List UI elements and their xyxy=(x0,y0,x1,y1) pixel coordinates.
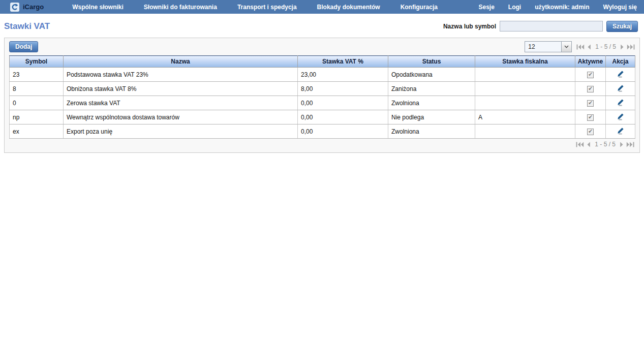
name-cell: Obniżona stawka VAT 8% xyxy=(64,82,298,96)
symbol-cell: ex xyxy=(10,124,64,139)
vat-rate-cell: 0,00 xyxy=(298,110,388,124)
first-page-icon[interactable] xyxy=(576,142,584,147)
active-checkbox xyxy=(587,114,594,121)
active-cell xyxy=(575,82,606,96)
first-page-icon[interactable] xyxy=(576,44,585,50)
vat-rate-cell: 23,00 xyxy=(298,68,388,82)
vat-rate-cell: 0,00 xyxy=(298,124,388,139)
status-cell: Opodatkowana xyxy=(388,68,475,82)
grid-toolbar: Dodaj 12 1 - 5 / 5 xyxy=(5,38,639,55)
edit-pencil-icon[interactable] xyxy=(617,113,624,120)
brand[interactable]: iCargo xyxy=(10,3,44,12)
next-page-icon[interactable] xyxy=(620,44,624,50)
fiscal-rate-cell xyxy=(475,124,575,139)
toolbar-right: 12 1 - 5 / 5 xyxy=(525,41,635,52)
top-pager: 1 - 5 / 5 xyxy=(576,43,635,50)
next-page-icon[interactable] xyxy=(620,142,624,147)
active-checkbox xyxy=(587,86,594,92)
column-header: Akcja xyxy=(606,56,635,68)
table-row: ex Export poza unię 0,00 Zwolniona xyxy=(10,124,635,139)
add-button[interactable]: Dodaj xyxy=(9,41,38,52)
top-nav-bar: iCargo Wspólne słowniki Słowniki do fakt… xyxy=(0,0,644,14)
edit-pencil-icon[interactable] xyxy=(617,84,624,92)
fiscal-rate-cell xyxy=(475,68,575,82)
table-header-row: Symbol Nazwa Stawka VAT % Status Stawka … xyxy=(10,56,635,68)
last-page-icon[interactable] xyxy=(627,44,635,50)
page-title: Stawki VAT xyxy=(4,21,50,32)
status-cell: Zaniżona xyxy=(388,82,475,96)
name-cell: Zerowa stawka VAT xyxy=(64,96,298,110)
menu-item[interactable]: Konfiguracja xyxy=(401,4,438,11)
column-header: Stawka fiskalna xyxy=(475,56,575,68)
page-size-select[interactable]: 12 xyxy=(525,41,572,52)
table-row: 8 Obniżona stawka VAT 8% 8,00 Zaniżona xyxy=(10,82,635,96)
column-header: Status xyxy=(388,56,475,68)
search-button[interactable]: Szukaj xyxy=(606,21,638,32)
action-cell xyxy=(606,110,635,124)
bottom-pager: 1 - 5 / 5 xyxy=(5,139,639,148)
symbol-cell: 8 xyxy=(10,82,64,96)
active-cell xyxy=(575,96,606,110)
active-checkbox xyxy=(587,100,594,107)
column-header: Stawka VAT % xyxy=(298,56,388,68)
table-row: 0 Zerowa stawka VAT 0,00 Zwolniona xyxy=(10,96,635,110)
page-size-value: 12 xyxy=(525,42,561,52)
status-cell: Nie podlega xyxy=(388,110,475,124)
symbol-cell: 23 xyxy=(10,68,64,82)
menu-item[interactable]: Słowniki do fakturowania xyxy=(144,4,217,11)
vat-rates-table: Symbol Nazwa Stawka VAT % Status Stawka … xyxy=(9,55,635,139)
name-cell: Export poza unię xyxy=(64,124,298,139)
active-checkbox xyxy=(587,129,594,135)
main-menu: Wspólne słowniki Słowniki do fakturowani… xyxy=(72,4,438,11)
table-body: 23 Podstawowa stawka VAT 23% 23,00 Opoda… xyxy=(10,68,635,139)
active-cell xyxy=(575,110,606,124)
search-input[interactable] xyxy=(500,21,603,32)
brand-name: iCargo xyxy=(23,3,44,11)
action-cell xyxy=(606,82,635,96)
status-cell: Zwolniona xyxy=(388,96,475,110)
name-cell: Wewnątrz wspólnotowa dostawa towarów xyxy=(64,110,298,124)
icargo-logo-icon xyxy=(10,3,19,12)
table-row: np Wewnątrz wspólnotowa dostawa towarów … xyxy=(10,110,635,124)
menu-item[interactable]: użytkownik: admin xyxy=(535,4,589,11)
active-cell xyxy=(575,124,606,139)
action-cell xyxy=(606,96,635,110)
action-cell xyxy=(606,68,635,82)
search-bar: Nazwa lub symbol Szukaj xyxy=(443,21,638,32)
fiscal-rate-cell xyxy=(475,82,575,96)
vat-rate-cell: 8,00 xyxy=(298,82,388,96)
action-cell xyxy=(606,124,635,139)
vat-rate-cell: 0,00 xyxy=(298,96,388,110)
user-menu: Sesje Logi użytkownik: admin Wyloguj się xyxy=(479,4,637,11)
prev-page-icon[interactable] xyxy=(587,44,591,50)
active-cell xyxy=(575,68,606,82)
fiscal-rate-cell xyxy=(475,96,575,110)
edit-pencil-icon[interactable] xyxy=(617,70,624,78)
edit-pencil-icon[interactable] xyxy=(617,127,624,135)
vat-rates-panel: Dodaj 12 1 - 5 / 5 xyxy=(4,38,640,153)
status-cell: Zwolniona xyxy=(388,124,475,139)
active-checkbox xyxy=(587,72,594,78)
name-cell: Podstawowa stawka VAT 23% xyxy=(64,68,298,82)
menu-item[interactable]: Logi xyxy=(508,4,521,11)
symbol-cell: 0 xyxy=(10,96,64,110)
page-header: Stawki VAT Nazwa lub symbol Szukaj xyxy=(0,14,644,38)
table-row: 23 Podstawowa stawka VAT 23% 23,00 Opoda… xyxy=(10,68,635,82)
chevron-down-icon xyxy=(561,42,571,52)
edit-pencil-icon[interactable] xyxy=(617,99,624,106)
column-header: Nazwa xyxy=(64,56,298,68)
menu-item[interactable]: Wspólne słowniki xyxy=(72,4,124,11)
symbol-cell: np xyxy=(10,110,64,124)
search-label: Nazwa lub symbol xyxy=(443,23,496,30)
pager-status: 1 - 5 / 5 xyxy=(594,43,618,50)
menu-item[interactable]: Wyloguj się xyxy=(603,4,637,11)
column-header: Symbol xyxy=(10,56,64,68)
menu-item[interactable]: Sesje xyxy=(479,4,495,11)
menu-item[interactable]: Blokady dokumentów xyxy=(317,4,380,11)
column-header: Aktywne xyxy=(575,56,606,68)
menu-item[interactable]: Transport i spedycja xyxy=(237,4,297,11)
fiscal-rate-cell: A xyxy=(475,110,575,124)
pager-status: 1 - 5 / 5 xyxy=(593,141,617,148)
prev-page-icon[interactable] xyxy=(587,142,591,147)
last-page-icon[interactable] xyxy=(626,142,634,147)
